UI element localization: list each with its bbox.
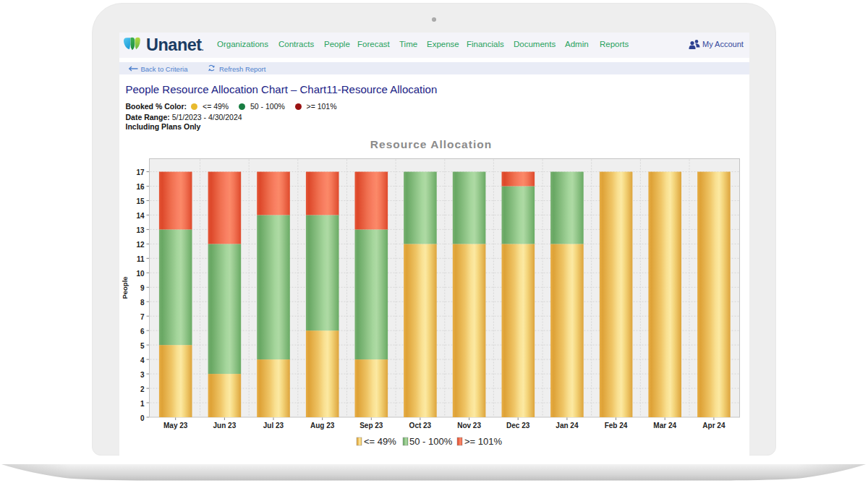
svg-text:15: 15 [136, 197, 145, 205]
svg-text:Mar 24: Mar 24 [653, 422, 676, 429]
svg-text:Apr 24: Apr 24 [702, 422, 726, 429]
svg-text:50 - 100%: 50 - 100% [409, 436, 453, 447]
svg-text:9: 9 [140, 284, 145, 292]
svg-text:4: 4 [140, 356, 145, 364]
svg-text:2: 2 [140, 385, 145, 393]
svg-text:0: 0 [140, 414, 145, 422]
svg-text:5: 5 [140, 342, 145, 350]
svg-text:Aug 23: Aug 23 [310, 422, 335, 429]
svg-text:>= 101%: >= 101% [464, 436, 502, 447]
svg-text:Jun 23: Jun 23 [213, 422, 237, 429]
svg-text:14: 14 [136, 212, 145, 220]
svg-text:May 23: May 23 [163, 422, 188, 429]
svg-text:Feb 24: Feb 24 [605, 422, 628, 429]
svg-text:3: 3 [140, 371, 145, 379]
svg-text:12: 12 [136, 241, 145, 249]
svg-text:17: 17 [136, 168, 145, 176]
svg-text:<= 49%: <= 49% [364, 436, 396, 447]
svg-text:Dec 23: Dec 23 [506, 422, 530, 429]
svg-text:Nov 23: Nov 23 [457, 422, 481, 429]
svg-text:8: 8 [140, 299, 145, 307]
svg-text:16: 16 [136, 183, 145, 191]
svg-text:7: 7 [140, 313, 145, 321]
svg-text:10: 10 [136, 270, 145, 278]
svg-text:6: 6 [140, 328, 145, 335]
svg-text:Resource Allocation: Resource Allocation [370, 138, 492, 150]
svg-text:Oct 23: Oct 23 [409, 422, 432, 429]
svg-text:11: 11 [137, 255, 145, 263]
svg-text:13: 13 [136, 226, 145, 234]
svg-text:1: 1 [140, 400, 145, 408]
svg-text:Jul 23: Jul 23 [263, 422, 284, 429]
svg-text:Sep 23: Sep 23 [359, 422, 383, 429]
svg-text:Jan 24: Jan 24 [556, 422, 579, 429]
svg-text:People: People [121, 276, 129, 299]
